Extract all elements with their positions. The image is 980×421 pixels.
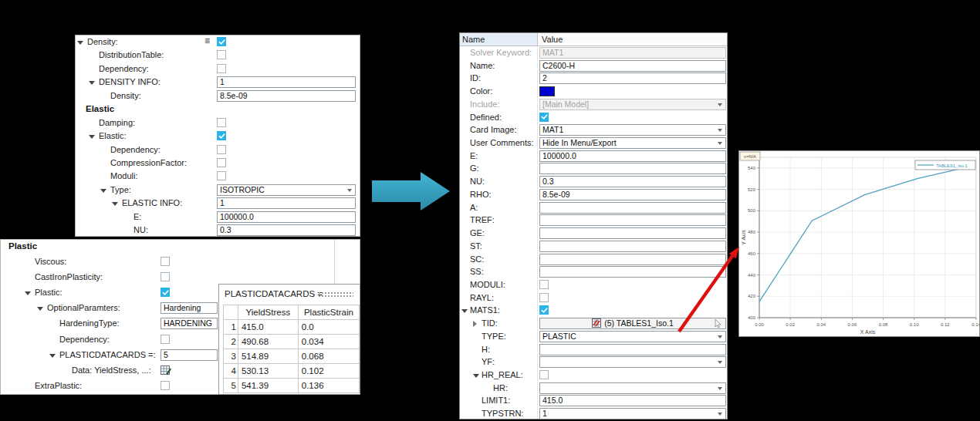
property-checkbox[interactable] [217,64,226,73]
table-row: 5541.390.136 [224,379,360,393]
collapse-arrow-icon[interactable] [461,309,468,313]
chevron-down-icon [718,142,722,145]
yieldstress-cell[interactable]: 490.68 [238,335,298,349]
chevron-down-icon [718,361,722,364]
table-edit-icon[interactable] [161,365,172,379]
editor-select[interactable] [539,382,726,394]
property-input[interactable]: Hardening [161,302,218,314]
property-checkbox[interactable] [217,171,226,180]
property-checkbox[interactable] [217,131,226,140]
editor-select[interactable] [539,356,726,368]
editor-row: A: [460,201,727,214]
table-row: 2490.680.034 [224,335,360,349]
collapse-arrow-icon[interactable] [49,354,56,358]
yieldstress-cell[interactable]: 541.39 [238,379,298,393]
editor-input[interactable] [539,163,726,174]
plasticstrain-cell[interactable]: 0.068 [298,349,359,364]
stress-strain-plot: 0.000.020.040.060.080.100.120.1440042044… [738,150,980,337]
editor-row: Solver Keyword:MAT1 [460,46,727,59]
property-checkbox[interactable] [217,158,226,167]
editor-checkbox[interactable] [539,305,549,315]
editor-input[interactable]: C2600-H [539,60,726,72]
property-row: DistributionTable: [76,49,360,62]
editor-input[interactable]: 2 [539,72,726,84]
collapse-arrow-icon[interactable] [89,135,95,139]
chevron-down-icon [718,413,722,416]
collapse-arrow-icon[interactable] [89,81,95,85]
column-header[interactable]: YieldStress [238,305,298,320]
column-header[interactable]: PlasticStrain [298,305,359,320]
editor-row-label: H: [482,345,490,354]
property-checkbox[interactable] [161,288,170,297]
property-input[interactable]: 1 [217,76,356,88]
collapse-arrow-icon[interactable] [100,189,106,193]
property-input[interactable]: 8.5e-09 [217,90,356,102]
editor-checkbox[interactable] [539,113,549,122]
property-label: DENSITY INFO: [99,77,161,86]
editor-input[interactable]: 100000.0 [539,150,726,162]
property-checkbox[interactable] [217,50,226,59]
property-checkbox[interactable] [161,381,170,390]
y-tick-label: 540 [748,166,756,170]
property-checkbox[interactable] [217,145,226,154]
editor-input[interactable]: 415.0 [539,395,726,406]
editor-row-label: ST: [470,241,482,251]
property-checkbox[interactable] [161,257,170,266]
editor-row-label: HR_REAL: [482,370,523,379]
property-checkbox[interactable] [161,335,170,344]
collapse-arrow-icon[interactable] [112,202,118,206]
editor-input[interactable]: 8.5e-09 [539,189,726,200]
check-icon [218,133,225,140]
editor-select[interactable]: 1 [539,408,726,419]
editor-row-label: RAYL: [470,293,494,302]
property-input[interactable]: 1 [217,197,356,209]
property-input[interactable]: HARDENING [161,318,218,329]
editor-input[interactable] [539,202,726,214]
property-input[interactable]: 100000.0 [217,211,356,223]
property-input[interactable]: 0.3 [217,224,356,236]
collapse-arrow-icon[interactable] [37,307,43,311]
property-checkbox[interactable] [217,118,226,127]
editor-select[interactable]: MAT1 [539,124,726,136]
check-icon [218,39,225,45]
table-reference-icon [592,318,602,328]
section-header: Plastic [8,241,37,251]
menu-icon[interactable]: ≡ [204,35,210,46]
row-number: 4 [224,364,238,379]
plasticstrain-cell[interactable]: 0.136 [298,379,359,393]
property-row: Type:ISOTROPIC [76,184,360,197]
yieldstress-cell[interactable]: 530.13 [238,364,298,379]
collapse-arrow-icon[interactable] [473,374,479,378]
editor-checkbox[interactable] [539,370,549,379]
plasticstrain-cell[interactable]: 0.034 [298,335,359,349]
expand-arrow-icon[interactable] [473,321,477,327]
check-icon [541,307,548,314]
editor-row-label: Defined: [470,113,502,122]
property-label: E: [133,212,141,221]
editor-checkbox[interactable] [539,280,549,289]
editor-select[interactable]: Hide In Menu/Export [539,137,726,149]
collapse-arrow-icon[interactable] [77,41,83,45]
property-checkbox[interactable] [161,272,170,281]
editor-row-label: SC: [470,254,484,264]
plasticstrain-cell[interactable]: 0.0 [298,320,359,335]
editor-row: YF: [460,355,727,369]
collapse-arrow-icon[interactable] [25,291,31,295]
property-checkbox[interactable] [217,37,226,46]
editor-input[interactable]: MAT1 [539,47,726,59]
property-input[interactable]: 5 [161,349,218,361]
property-select[interactable]: ISOTROPIC [217,184,356,196]
plasticstrain-cell[interactable]: 0.102 [298,364,359,379]
editor-input[interactable] [539,344,726,355]
table-reference-icon [592,318,602,329]
yieldstress-cell[interactable]: 415.0 [238,320,298,335]
editor-row-label: Solver Keyword: [470,48,532,57]
editor-input[interactable]: 0.3 [539,176,726,187]
check-icon [541,113,548,120]
yieldstress-cell[interactable]: 514.89 [238,349,298,364]
drag-grip-icon[interactable] [318,291,353,297]
editor-checkbox[interactable] [539,293,549,302]
editor-select[interactable]: [Main Model] [539,99,726,110]
color-swatch[interactable] [539,86,555,96]
editor-input[interactable] [539,214,726,226]
